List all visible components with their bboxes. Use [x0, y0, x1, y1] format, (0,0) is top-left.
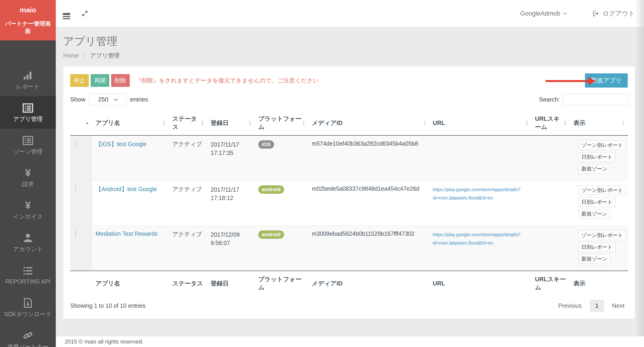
page-content: 停止 再開 削除 『削除』をされますとデータを復元できませんので、ご注意ください…: [56, 59, 644, 336]
daily-report-button[interactable]: 日別レポート: [578, 197, 616, 207]
sidebar-item-report[interactable]: レポート: [0, 64, 56, 96]
entries-label: entries: [130, 96, 148, 103]
header-registered-date[interactable]: 登録日▲▼: [208, 111, 255, 135]
sidebar-item-label: REPORTING API: [3, 278, 53, 285]
sidebar-item-account[interactable]: アカウント: [0, 226, 56, 259]
daily-report-button[interactable]: 日別レポート: [578, 152, 616, 162]
stop-button[interactable]: 停止: [70, 74, 89, 87]
topbar: GoogleAdmob ログアウト: [56, 0, 644, 27]
entries-select-value: 250: [98, 96, 108, 103]
platform-badge: android: [258, 230, 284, 239]
daily-report-button[interactable]: 日別レポート: [578, 242, 616, 252]
app-name-link[interactable]: Mediation Test Rewards: [96, 230, 158, 237]
table-row: 【iOS】test Google アクティブ 2017/11/1717:17:3…: [70, 135, 628, 181]
new-app-button[interactable]: 新規アプリ: [585, 73, 628, 88]
pagination-previous[interactable]: Previous: [555, 300, 585, 312]
store-url-link[interactable]: https://play.google.com/store/apps/detai…: [433, 185, 528, 202]
sort-icons: ▲▼: [162, 120, 166, 126]
store-url-link[interactable]: https://play.google.com/store/apps/detai…: [433, 230, 528, 247]
logout-button[interactable]: ログアウト: [592, 9, 635, 18]
media-id-value: m02bede5a08337c9848d1ea454c47e26d: [312, 185, 420, 192]
header-display[interactable]: 表示▲▼: [570, 111, 628, 135]
status-value: アクティブ: [172, 231, 202, 237]
search-area: Search:: [539, 94, 628, 105]
header-url-scheme[interactable]: URLスキーム▲▼: [532, 111, 570, 135]
zone-report-button[interactable]: ゾーン別レポート: [578, 140, 626, 150]
yen-icon: ¥: [3, 200, 53, 210]
main-area: GoogleAdmob ログアウト アプリ管理 Home / アプリ管理 停止: [56, 0, 644, 347]
footer-url-scheme: URLスキーム: [532, 271, 570, 296]
sidebar-item-zone-management[interactable]: ゾーン管理: [0, 129, 56, 161]
header-select-column[interactable]: ▲: [70, 111, 92, 135]
footer-media-id: メディアID: [308, 271, 430, 296]
header-status[interactable]: ステータス▲▼: [169, 111, 208, 135]
entries-info: Showing 1 to 10 of 10 entries: [70, 302, 146, 309]
fullscreen-icon[interactable]: [81, 9, 89, 17]
table-footer: アプリ名 ステータス 登録日 プラットフォーム メディアID URL URLスキ…: [70, 271, 628, 296]
zone-report-button[interactable]: ゾーン別レポート: [578, 185, 626, 195]
app-list-icon: [3, 102, 53, 113]
status-value: アクティブ: [172, 186, 202, 192]
resume-button[interactable]: 再開: [91, 74, 109, 87]
sort-icons: ▲▼: [248, 120, 252, 126]
sidebar-item-label: アプリ管理: [3, 115, 53, 123]
entries-select[interactable]: 250: [89, 93, 126, 105]
registered-date: 2017/11/17: [211, 140, 252, 149]
sidebar-item-app-management[interactable]: アプリ管理: [0, 96, 56, 129]
breadcrumb-current: アプリ管理: [90, 52, 120, 59]
table-header: ▲ アプリ名▲▼ ステータス▲▼ 登録日▲▼ プラットフォーム▲▼ メディアID…: [70, 111, 628, 135]
sidebar-item-label: SDKダウンロード: [3, 310, 53, 318]
table-row: Mediation Test Rewards アクティブ 2017/12/099…: [70, 226, 628, 271]
sidebar-item-label: 請求: [3, 180, 53, 188]
sidebar-item-billing[interactable]: ¥ 請求: [0, 161, 56, 194]
bulk-actions-toolbar: 停止 再開 削除 『削除』をされますとデータを復元できませんので、ご注意ください…: [70, 73, 628, 87]
header-platform[interactable]: プラットフォーム▲▼: [255, 111, 308, 135]
app-name-link[interactable]: 【Android】test Google: [96, 186, 157, 192]
apps-table: ▲ アプリ名▲▼ ステータス▲▼ 登録日▲▼ プラットフォーム▲▼ メディアID…: [70, 111, 628, 296]
breadcrumb-home-link[interactable]: Home: [63, 52, 79, 59]
brand-subtitle: パートナー管理画面: [2, 20, 54, 35]
new-zone-button[interactable]: 新規ゾーン: [578, 254, 610, 264]
registered-time: 17:18:12: [211, 194, 252, 202]
row-checkbox[interactable]: [75, 230, 76, 237]
user-icon: [3, 232, 53, 243]
chevron-down-icon: [114, 97, 118, 101]
search-input[interactable]: [563, 94, 628, 105]
zone-report-button[interactable]: ゾーン別レポート: [578, 230, 626, 240]
row-checkbox[interactable]: [75, 185, 76, 192]
pagination-page-1[interactable]: 1: [590, 300, 604, 312]
sidebar-nav: レポート アプリ管理 ゾーン管理 ¥ 請求 ¥ インボイス: [0, 64, 56, 347]
header-media-id[interactable]: メディアID▲▼: [308, 111, 430, 135]
pagination-next[interactable]: Next: [609, 300, 628, 312]
menu-toggle-icon[interactable]: [63, 12, 70, 15]
page-header: アプリ管理 Home / アプリ管理: [56, 27, 644, 59]
page-title: アプリ管理: [63, 34, 635, 48]
account-dropdown[interactable]: GoogleAdmob: [520, 10, 566, 17]
platform-badge: iOS: [258, 140, 274, 149]
chevron-down-icon: [563, 11, 567, 15]
row-checkbox[interactable]: [75, 140, 76, 147]
delete-button[interactable]: 削除: [111, 74, 130, 87]
header-app-name[interactable]: アプリ名▲▼: [92, 111, 169, 135]
new-zone-button[interactable]: 新規ゾーン: [578, 164, 610, 174]
sidebar-item-invoice[interactable]: ¥ インボイス: [0, 194, 56, 226]
brand-logo[interactable]: maio パートナー管理画面: [0, 0, 56, 40]
platform-badge: android: [258, 185, 284, 194]
app-name-link[interactable]: 【iOS】test Google: [96, 141, 147, 147]
table-controls: Show 250 entries Search:: [70, 93, 628, 105]
status-value: アクティブ: [172, 141, 202, 147]
footer-display: 表示: [570, 271, 628, 296]
sidebar-item-partner-link[interactable]: 連携パートナー: [0, 324, 56, 347]
new-zone-button[interactable]: 新規ゾーン: [578, 209, 610, 219]
media-id-value: m3009ebad5624b0b11529b167fff47302: [312, 230, 414, 237]
sign-out-icon: [592, 10, 599, 17]
footer-registered-date: 登録日: [208, 271, 255, 296]
app-management-card: 停止 再開 削除 『削除』をされますとデータを復元できませんので、ご注意ください…: [63, 66, 635, 319]
list-icon: [3, 265, 53, 276]
sidebar-item-reporting-api[interactable]: REPORTING API: [0, 259, 56, 291]
header-url[interactable]: URL▲▼: [430, 111, 532, 135]
sidebar-item-sdk-download[interactable]: SDKダウンロード: [0, 291, 56, 324]
table-row: 【Android】test Google アクティブ 2017/11/1717:…: [70, 181, 628, 226]
zone-list-icon: [3, 135, 53, 145]
copyright-text: 2015 © maio all rights reserved.: [65, 339, 144, 345]
